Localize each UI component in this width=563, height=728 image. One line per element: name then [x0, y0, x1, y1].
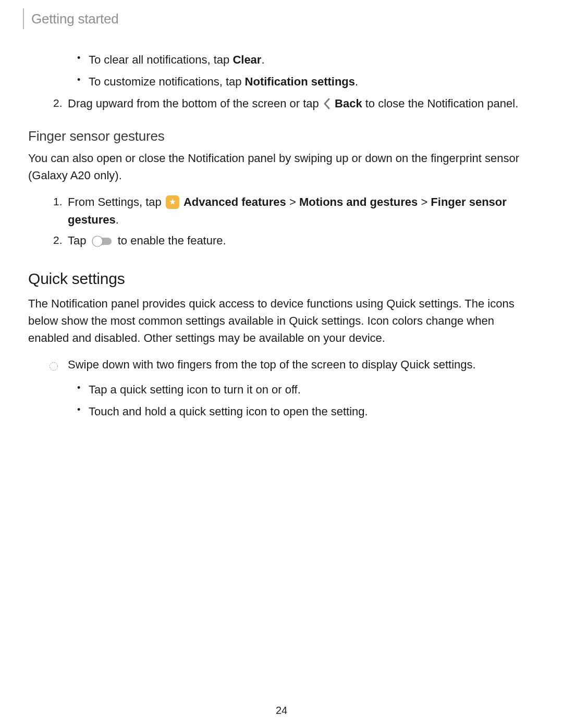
text: Drag upward from the bottom of the scree… [68, 97, 322, 110]
text: Swipe down with two fingers from the top… [68, 358, 476, 371]
finger-sensor-heading: Finger sensor gestures [28, 128, 535, 144]
text: to enable the feature. [115, 234, 226, 247]
page-content: To clear all notifications, tap Clear. T… [28, 51, 535, 425]
text: To customize notifications, tap [89, 75, 245, 88]
text: > [286, 195, 299, 208]
step-number: 2. [53, 95, 63, 112]
advanced-features-icon [166, 195, 179, 209]
finger-sensor-step2: 2. Tap to enable the feature. [55, 232, 535, 250]
quick-settings-description: The Notification panel provides quick ac… [28, 295, 535, 347]
step-number: 2. [53, 232, 63, 249]
text: Touch and hold a quick setting icon to o… [89, 405, 368, 418]
text: To clear all notifications, tap [89, 53, 232, 66]
finger-sensor-step1: 1. From Settings, tap Advanced features … [55, 193, 535, 229]
bold-text: Notification settings [245, 75, 355, 88]
page-header: Getting started [23, 8, 119, 29]
text: to close the Notification panel. [362, 97, 519, 110]
text: . [261, 53, 264, 66]
bold-text: Back [335, 97, 362, 110]
list-item: Tap a quick setting icon to turn it on o… [73, 381, 535, 399]
swipe-down-instruction: Swipe down with two fingers from the top… [44, 356, 535, 374]
svg-point-2 [50, 362, 58, 370]
header-divider [23, 8, 24, 29]
list-item: To clear all notifications, tap Clear. [73, 51, 535, 69]
text: From Settings, tap [68, 195, 165, 208]
back-icon [323, 98, 331, 109]
list-item: To customize notifications, tap Notifica… [73, 73, 535, 91]
gesture-circle-icon [49, 359, 58, 368]
text: > [418, 195, 431, 208]
close-panel-step: 2. Drag upward from the bottom of the sc… [55, 95, 535, 113]
toggle-off-icon [91, 235, 114, 248]
text: . [355, 75, 358, 88]
text: Tap a quick setting icon to turn it on o… [89, 383, 301, 396]
finger-sensor-description: You can also open or close the Notificat… [28, 150, 535, 184]
bold-text: Advanced features [183, 195, 286, 208]
svg-point-1 [92, 236, 103, 246]
list-item: Touch and hold a quick setting icon to o… [73, 403, 535, 421]
section-title: Getting started [31, 11, 119, 27]
quick-settings-sublist: Tap a quick setting icon to turn it on o… [73, 381, 535, 421]
page-number: 24 [0, 705, 563, 717]
bold-text: Clear [232, 53, 261, 66]
text: . [116, 213, 119, 226]
step-number: 1. [53, 193, 63, 211]
notification-clear-customize-list: To clear all notifications, tap Clear. T… [73, 51, 535, 91]
quick-settings-heading: Quick settings [28, 270, 535, 288]
bold-text: Motions and gestures [299, 195, 418, 208]
text: Tap [68, 234, 90, 247]
